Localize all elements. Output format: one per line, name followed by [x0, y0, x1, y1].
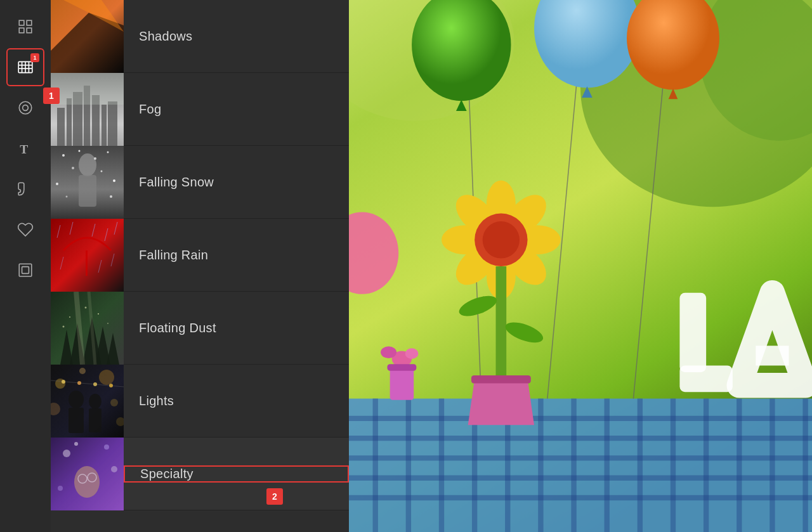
fog-label: Fog [139, 102, 161, 117]
svg-point-36 [101, 170, 103, 172]
annotation-2: 2 [266, 488, 283, 505]
svg-rect-0 [19, 20, 24, 25]
svg-point-62 [107, 323, 108, 324]
svg-rect-14 [22, 267, 29, 274]
frame-icon[interactable] [6, 251, 44, 289]
svg-rect-142 [390, 367, 414, 400]
svg-rect-1 [27, 20, 32, 25]
svg-point-67 [89, 394, 102, 409]
svg-rect-131 [496, 266, 507, 386]
list-item[interactable]: Specialty [51, 438, 349, 510]
lights-label-box: Lights [124, 394, 349, 408]
svg-point-61 [98, 313, 99, 315]
svg-point-130 [483, 221, 520, 258]
svg-point-39 [66, 195, 68, 197]
fog-thumbnail [51, 73, 124, 146]
badge-1: 1 [30, 53, 39, 62]
svg-point-63 [63, 325, 65, 327]
falling-snow-label-box: Falling Snow [124, 175, 349, 190]
svg-point-34 [107, 151, 109, 153]
preview-image [349, 0, 812, 532]
svg-point-10 [19, 101, 32, 114]
preview-area [349, 0, 812, 532]
svg-point-11 [23, 105, 29, 111]
svg-rect-42 [86, 250, 88, 276]
svg-text:T: T [20, 143, 28, 156]
svg-point-29 [79, 153, 96, 176]
svg-point-76 [62, 380, 65, 384]
svg-rect-136 [679, 365, 732, 392]
svg-rect-143 [387, 364, 416, 370]
shadows-thumbnail [51, 0, 124, 73]
svg-point-70 [99, 370, 114, 385]
effects-panel: Shadows [51, 0, 349, 532]
svg-point-77 [77, 381, 81, 385]
svg-point-79 [109, 384, 113, 387]
annotation-1: 1 [43, 88, 60, 104]
svg-point-65 [69, 391, 84, 408]
falling-snow-thumbnail [51, 146, 124, 219]
svg-point-60 [85, 306, 87, 308]
svg-point-33 [94, 157, 96, 160]
list-item[interactable]: Falling Snow [51, 146, 349, 219]
floating-dust-thumbnail [51, 292, 124, 365]
svg-point-59 [69, 316, 70, 318]
svg-point-37 [56, 183, 58, 185]
shadows-label: Shadows [139, 29, 192, 44]
svg-rect-13 [19, 264, 32, 276]
svg-point-78 [93, 382, 97, 386]
floating-dust-label-box: Floating Dust [124, 321, 349, 335]
list-item[interactable]: Shadows [51, 0, 349, 73]
fog-label-box: Fog [124, 102, 349, 117]
svg-rect-2 [19, 28, 24, 33]
falling-rain-label-box: Falling Rain [124, 248, 349, 263]
svg-rect-68 [89, 408, 102, 432]
svg-point-140 [381, 346, 396, 358]
grid-icon[interactable] [6, 8, 44, 46]
brush-icon[interactable] [6, 170, 44, 208]
svg-point-31 [62, 154, 65, 157]
list-item[interactable]: Lights [51, 365, 349, 438]
shadows-label-box: Shadows [124, 29, 349, 44]
svg-point-32 [79, 150, 81, 152]
toolbar: 1 T [0, 0, 51, 532]
heart-icon[interactable] [6, 211, 44, 249]
text-icon[interactable]: T [6, 129, 44, 167]
svg-rect-27 [51, 73, 124, 105]
falling-snow-label: Falling Snow [139, 175, 214, 190]
specialty-label-box: Specialty [124, 465, 349, 483]
list-item[interactable]: Fog [51, 73, 349, 146]
svg-rect-30 [79, 175, 96, 207]
svg-point-71 [110, 399, 118, 406]
svg-point-35 [72, 167, 74, 169]
list-item[interactable]: Floating Dust [51, 292, 349, 365]
specialty-label: Specialty [140, 467, 193, 481]
svg-point-141 [405, 348, 419, 359]
specialty-thumbnail [51, 438, 124, 510]
lens-icon[interactable] [6, 89, 44, 127]
layers-icon[interactable]: 1 [6, 48, 44, 86]
falling-rain-label: Falling Rain [139, 248, 208, 263]
list-item[interactable]: Falling Rain [51, 219, 349, 292]
svg-point-73 [79, 368, 86, 374]
lights-label: Lights [139, 394, 174, 408]
svg-rect-135 [679, 293, 706, 372]
floating-dust-label: Floating Dust [139, 321, 216, 335]
svg-rect-90 [51, 438, 124, 510]
falling-rain-thumbnail [51, 219, 124, 292]
lights-thumbnail [51, 365, 124, 438]
svg-point-40 [110, 195, 112, 198]
svg-rect-134 [471, 375, 531, 384]
svg-point-38 [113, 179, 115, 182]
svg-rect-66 [69, 408, 84, 433]
svg-rect-3 [27, 28, 32, 33]
